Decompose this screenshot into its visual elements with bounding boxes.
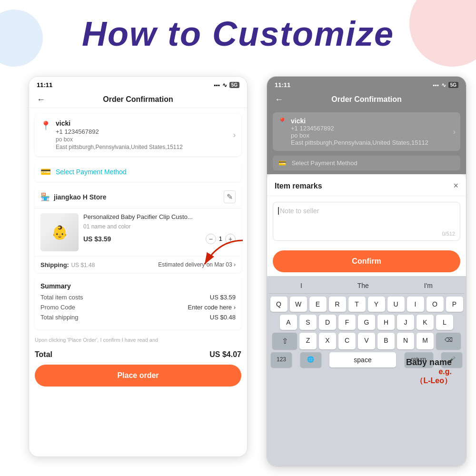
store-header: 🏪 jiangkao H Store ✎	[35, 186, 241, 208]
payment-icon: 💳	[40, 167, 51, 177]
shipping-left: Shipping: US $1.48	[40, 260, 95, 269]
key-i[interactable]: I	[407, 297, 424, 312]
key-s[interactable]: S	[299, 315, 317, 330]
summary-item-row: Total item costs US $3.59	[40, 294, 236, 301]
location-icon: 📍	[40, 120, 51, 131]
key-o[interactable]: O	[426, 297, 444, 312]
summary-shipping-row: Total shipping US $0.48	[40, 314, 236, 321]
key-j[interactable]: J	[397, 315, 414, 330]
right-signal-icon: ▪▪▪	[433, 82, 439, 89]
modal-close-button[interactable]: ×	[453, 181, 458, 191]
key-l[interactable]: L	[436, 315, 453, 330]
edit-icon[interactable]: ✎	[224, 190, 236, 203]
summary-item-value: US $3.59	[210, 294, 236, 301]
store-name-row: 🏪 jiangkao H Store	[40, 192, 106, 201]
right-address-phone: +1 1234567892	[291, 125, 428, 132]
right-address-card: 📍 vicki +1 1234567892 po box East pittsb…	[273, 112, 460, 151]
keyboard-suggestions: I The I'm	[269, 280, 464, 294]
key-h[interactable]: H	[377, 315, 395, 330]
footer-note: Upon clicking 'Place Order', I confirm I…	[29, 333, 247, 347]
battery-badge: 5G	[229, 82, 239, 88]
key-u[interactable]: U	[387, 297, 405, 312]
right-phone: 11:11 ▪▪▪ ∿ 5G ← Order Confirmation 📍 vi…	[267, 76, 466, 466]
confirm-button[interactable]: Confirm	[273, 250, 460, 272]
key-r[interactable]: R	[329, 297, 346, 312]
key-b[interactable]: B	[377, 333, 395, 349]
qty-decrease[interactable]: −	[206, 234, 216, 244]
key-globe[interactable]: 🌐	[300, 352, 321, 367]
key-space[interactable]: space	[329, 352, 396, 367]
right-address-info: vicki +1 1234567892 po box East pittsbur…	[291, 117, 428, 146]
note-area[interactable]: Note to seller 0/512	[273, 202, 460, 241]
product-variant: 01 name and color	[83, 223, 236, 230]
key-a[interactable]: A	[280, 315, 297, 330]
right-status-bar: 11:11 ▪▪▪ ∿ 5G	[267, 77, 466, 91]
right-nav: ← Order Confirmation	[267, 91, 466, 108]
address-line1: po box	[56, 136, 228, 143]
summary-title: Summary	[40, 282, 236, 290]
left-back-button[interactable]: ←	[37, 95, 45, 105]
key-f[interactable]: F	[338, 315, 356, 330]
key-m[interactable]: M	[416, 333, 434, 349]
left-status-icons: ▪▪▪ ∿ 5G	[214, 82, 239, 89]
key-z[interactable]: Z	[299, 333, 317, 349]
address-row: 📍 vicki +1 1234567892 po box East pittsb…	[40, 119, 236, 150]
key-d[interactable]: D	[319, 315, 336, 330]
shipping-top-row: Shipping: US $1.48 Estimated delivery on…	[40, 260, 236, 269]
qty-value: 1	[219, 235, 222, 242]
right-payment-text: Select Payment Method	[292, 159, 357, 167]
keyboard-row-1: Q W E R T Y U I O P	[269, 297, 464, 312]
address-line2: East pittsburgh,Pennsylvania,United Stat…	[56, 144, 228, 150]
note-counter: 0/512	[442, 231, 455, 237]
suggestion-im[interactable]: I'm	[424, 282, 433, 289]
key-g[interactable]: G	[358, 315, 375, 330]
key-t[interactable]: T	[348, 297, 366, 312]
right-back-button[interactable]: ←	[275, 95, 283, 105]
note-input-area: Note to seller	[278, 207, 455, 236]
promo-label: Promo Code	[40, 304, 75, 311]
shipping-delivery: Estimated delivery on Mar 03 ›	[158, 261, 236, 268]
key-numbers[interactable]: 123	[271, 352, 292, 367]
summary-item-label: Total item costs	[40, 294, 83, 301]
key-q[interactable]: Q	[270, 297, 288, 312]
key-w[interactable]: W	[290, 297, 307, 312]
left-time: 11:11	[37, 81, 52, 89]
keyboard-row-2: A S D F G H J K L	[269, 315, 464, 330]
key-backspace[interactable]: ⌫	[436, 333, 461, 349]
key-c[interactable]: C	[338, 333, 356, 349]
product-info: Personalized Baby Pacifier Clip Custo...…	[83, 213, 236, 251]
key-v[interactable]: V	[358, 333, 375, 349]
left-nav-title: Order Confirmation	[103, 95, 173, 104]
right-payment-icon: 💳	[278, 159, 286, 167]
right-time: 11:11	[275, 81, 290, 89]
right-wifi-icon: ∿	[441, 82, 446, 89]
item-remarks-modal: Item remarks × Note to seller 0/512 Baby…	[267, 174, 466, 466]
address-info: vicki +1 1234567892 po box East pittsbur…	[56, 119, 228, 150]
dimmed-area: 11:11 ▪▪▪ ∿ 5G ← Order Confirmation 📍 vi…	[267, 77, 466, 174]
right-address-chevron: ›	[453, 128, 456, 136]
right-nav-title: Order Confirmation	[331, 95, 402, 104]
address-chevron[interactable]: ›	[233, 131, 236, 139]
qty-increase[interactable]: +	[225, 234, 236, 244]
product-row: 👶 Personalized Baby Pacifier Clip Custo.…	[35, 208, 241, 256]
suggestion-i[interactable]: I	[300, 282, 302, 289]
key-x[interactable]: X	[319, 333, 336, 349]
product-image: 👶	[40, 213, 79, 251]
key-y[interactable]: Y	[368, 297, 385, 312]
key-shift[interactable]: ⇧	[272, 333, 297, 349]
total-value: US $4.07	[209, 350, 241, 359]
payment-text: Select Payment Method	[56, 168, 127, 176]
baby-name-example: （L-Leo）	[406, 376, 452, 386]
key-n[interactable]: N	[397, 333, 414, 349]
right-battery: 5G	[448, 82, 458, 88]
key-k[interactable]: K	[416, 315, 434, 330]
summary-promo-row[interactable]: Promo Code Enter code here ›	[40, 304, 236, 311]
store-icon: 🏪	[40, 192, 50, 201]
suggestion-the[interactable]: The	[357, 282, 369, 289]
key-p[interactable]: P	[446, 297, 463, 312]
key-e[interactable]: E	[309, 297, 327, 312]
payment-row[interactable]: 💳 Select Payment Method	[35, 162, 241, 182]
place-order-button[interactable]: Place order	[35, 365, 241, 387]
note-placeholder: Note to seller	[280, 207, 319, 215]
text-cursor	[278, 207, 279, 215]
